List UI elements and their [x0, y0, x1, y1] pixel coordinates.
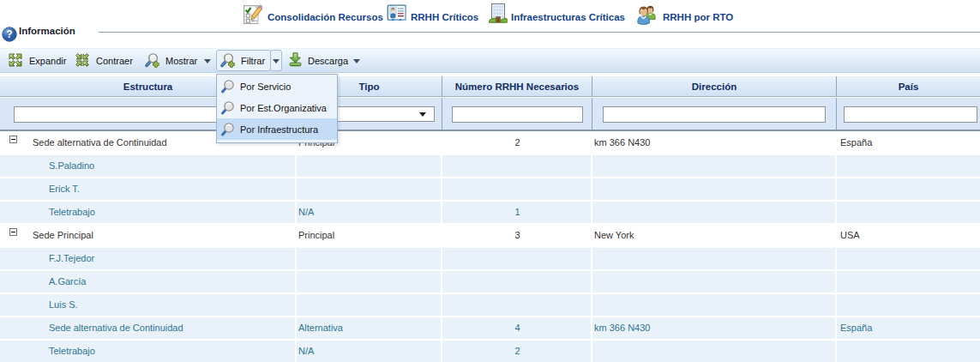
svg-text:?: ?: [6, 28, 12, 40]
